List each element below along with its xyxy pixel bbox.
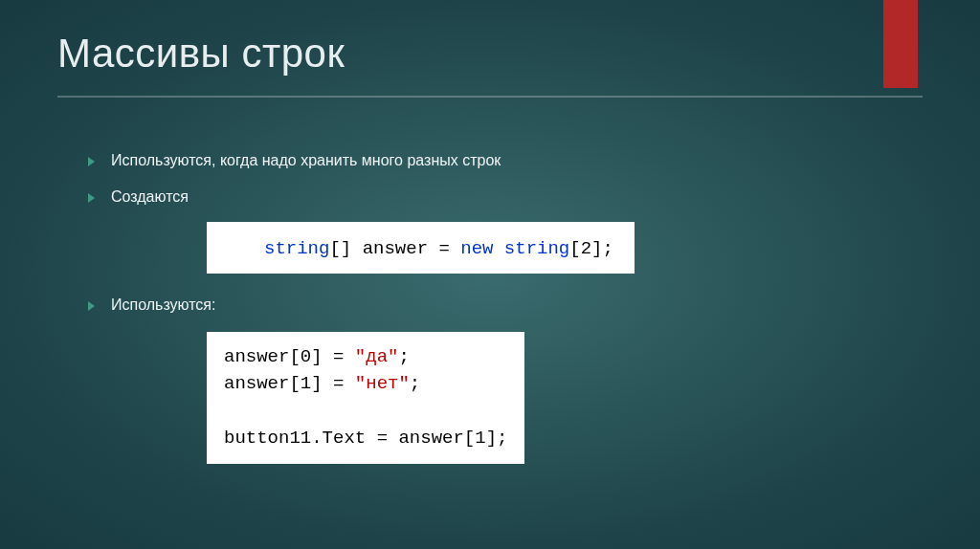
content-area: Используются, когда надо хранить много р…	[86, 150, 923, 464]
code-block-declaration: string[] answer = new string[2];	[207, 222, 923, 274]
bullet-item: Создаются	[86, 187, 923, 223]
code-number: 0	[301, 346, 311, 367]
bullet-text: Создаются	[111, 187, 189, 208]
code-text: ] =	[311, 373, 355, 394]
code-text: ];	[591, 238, 613, 259]
code-block-usage: answer[0] = "да"; answer[1] = "нет"; but…	[207, 332, 923, 464]
bullet-text: Используются, когда надо хранить много р…	[111, 150, 501, 171]
accent-bar	[883, 0, 918, 88]
chevron-right-icon	[86, 298, 98, 316]
code-text: [	[569, 238, 580, 259]
code-number: 1	[475, 428, 485, 449]
code-number: 2	[581, 238, 591, 259]
bullet-item: Используются, когда надо хранить много р…	[86, 150, 923, 171]
title-underline	[57, 96, 923, 98]
code-keyword: string	[504, 238, 569, 259]
slide-title: Массивы строк	[57, 31, 923, 77]
code-text: answer[	[224, 373, 301, 394]
code-string: "да"	[355, 346, 399, 367]
code-text: ];	[486, 428, 508, 449]
chevron-right-icon	[86, 154, 98, 171]
slide-body: Массивы строк Используются, когда надо х…	[0, 0, 980, 464]
code-number: 1	[301, 373, 311, 394]
code-text: ;	[410, 373, 420, 394]
bullet-text: Используются:	[111, 295, 215, 316]
code-text: button11.Text = answer[	[224, 428, 475, 449]
code-text: answer[	[224, 346, 301, 367]
code-text: ;	[398, 346, 409, 367]
chevron-right-icon	[86, 190, 98, 208]
bullet-item: Используются:	[86, 295, 923, 316]
code-keyword: string	[264, 238, 329, 259]
code-keyword: new	[460, 238, 504, 259]
code-text: [] answer =	[329, 238, 460, 259]
code-text: ] =	[311, 346, 355, 367]
code-string: "нет"	[355, 373, 410, 394]
